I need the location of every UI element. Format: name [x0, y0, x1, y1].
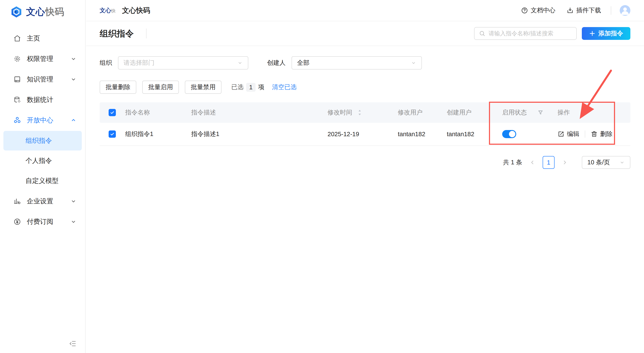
- plugin-download-label: 插件下载: [576, 6, 601, 15]
- edit-icon: [558, 131, 564, 138]
- chevron-down-icon: [237, 60, 243, 66]
- chevron-down-icon: [411, 60, 416, 66]
- total-count: 共 1 条: [503, 158, 522, 167]
- batch-enable-button[interactable]: 批量启用: [142, 81, 179, 94]
- delete-action[interactable]: 删除: [591, 130, 612, 138]
- sidebar-item-enterprise-settings[interactable]: 企业设置: [0, 191, 85, 211]
- yuan-icon: [13, 218, 21, 226]
- col-header-status: 启用状态: [496, 108, 551, 117]
- sidebar-item-knowledge[interactable]: 知识管理: [0, 69, 85, 90]
- edit-action[interactable]: 编辑: [558, 130, 579, 138]
- sidebar-item-label: 知识管理: [27, 75, 70, 84]
- doc-center-link[interactable]: 文档中心: [521, 6, 556, 15]
- title-caret: [146, 29, 146, 38]
- edit-label: 编辑: [567, 130, 579, 138]
- sidebar-item-permissions[interactable]: 权限管理: [0, 49, 85, 69]
- trash-icon: [591, 131, 598, 138]
- sidebar-item-label: 付费订阅: [27, 217, 70, 226]
- col-header-name: 指令名称: [119, 108, 185, 117]
- top-navbar: 文心 快 文心快码 文档中心 插件下载: [86, 0, 644, 21]
- brand-logo: 文心快码: [0, 0, 85, 18]
- select-all-checkbox[interactable]: [108, 109, 116, 116]
- sidebar-subitem-custom-models[interactable]: 自定义模型: [4, 171, 82, 191]
- download-icon: [566, 7, 574, 14]
- next-page-icon[interactable]: [562, 159, 568, 165]
- org-select-placeholder: 请选择部门: [124, 59, 237, 67]
- collapse-sidebar-icon[interactable]: [69, 340, 77, 347]
- selected-suffix: 项: [258, 83, 264, 92]
- sidebar-item-label: 权限管理: [27, 54, 70, 63]
- creator-select-value: 全部: [297, 59, 411, 67]
- mini-logo-suffix: 快: [111, 8, 116, 14]
- batch-disable-button[interactable]: 批量禁用: [185, 81, 222, 94]
- row-desc: 指令描述1: [185, 130, 321, 138]
- search-icon: [479, 30, 486, 37]
- sidebar-item-label: 主页: [27, 34, 77, 43]
- enable-toggle[interactable]: [502, 130, 516, 138]
- check-icon: [110, 132, 114, 136]
- avatar-person-icon: [620, 5, 630, 16]
- batch-delete-button[interactable]: 批量删除: [100, 81, 136, 94]
- brand-name: 文心快码: [26, 6, 64, 18]
- table-header-row: 指令名称 指令描述 修改时间 修改用户 创建用户 启用状态: [100, 102, 630, 123]
- sidebar-item-statistics[interactable]: 数据统计: [0, 90, 85, 110]
- row-name: 组织指令1: [119, 130, 185, 138]
- chevron-up-icon: [70, 117, 77, 123]
- batch-actions-row: 批量删除 批量启用 批量禁用 已选 1 项 清空已选: [100, 81, 630, 94]
- title-actions: 添加指令: [474, 27, 630, 40]
- table-row: 组织指令1 指令描述1 2025-12-19 tantan182 tantan1…: [100, 123, 630, 146]
- sidebar-item-open-center[interactable]: 开放中心: [0, 110, 85, 130]
- sidebar-item-label: 数据统计: [27, 95, 77, 104]
- sidebar-item-subscription[interactable]: 付费订阅: [0, 211, 85, 232]
- row-muser: tantan182: [392, 131, 440, 138]
- sidebar-subitem-personal-instructions[interactable]: 个人指令: [4, 151, 82, 171]
- search-box[interactable]: [474, 27, 577, 40]
- creator-select[interactable]: 全部: [292, 56, 422, 70]
- chevron-down-icon: [619, 160, 625, 165]
- page-titlebar: 组织指令 添加指令: [86, 21, 644, 46]
- bar-chart-gear-icon: [13, 197, 21, 205]
- action-divider: [585, 130, 585, 138]
- sidebar-item-label: 开放中心: [27, 116, 70, 125]
- chevron-down-icon: [70, 218, 77, 225]
- sidebar-menu: 主页 权限管理 知识管理 数据统计: [0, 28, 85, 232]
- row-checkbox[interactable]: [108, 130, 116, 138]
- org-select[interactable]: 请选择部门: [118, 56, 248, 70]
- selected-prefix: 已选: [231, 83, 244, 92]
- user-avatar[interactable]: [620, 5, 630, 16]
- book-icon: [13, 75, 21, 83]
- chevron-down-icon: [70, 56, 77, 62]
- topbar-actions: 文档中心 插件下载: [521, 5, 630, 16]
- plugin-download-link[interactable]: 插件下载: [566, 6, 601, 15]
- sidebar-item-label: 企业设置: [27, 197, 70, 206]
- app-title: 文心快码: [122, 6, 150, 15]
- col-header-cuser: 创建用户: [440, 108, 496, 117]
- creator-filter-label: 创建人: [267, 59, 286, 67]
- page-size-value: 10 条/页: [587, 158, 619, 167]
- clear-selection-link[interactable]: 清空已选: [272, 83, 297, 92]
- add-instruction-button[interactable]: 添加指令: [582, 27, 630, 40]
- submenu-item-label: 组织指令: [26, 136, 52, 145]
- row-mtime: 2025-12-19: [321, 131, 392, 138]
- prev-page-icon[interactable]: [530, 159, 536, 165]
- selected-count-badge: 1: [246, 83, 256, 92]
- search-input[interactable]: [488, 30, 572, 37]
- delete-label: 删除: [600, 130, 612, 138]
- mini-logo-text: 文心: [100, 7, 111, 14]
- topbar-divider: [611, 6, 611, 15]
- instructions-table: 指令名称 指令描述 修改时间 修改用户 创建用户 启用状态: [100, 102, 630, 146]
- submenu-item-label: 自定义模型: [26, 176, 58, 185]
- filter-funnel-icon[interactable]: [538, 110, 544, 116]
- sort-icon[interactable]: [357, 109, 362, 116]
- home-icon: [13, 34, 21, 43]
- main-area: 文心 快 文心快码 文档中心 插件下载: [86, 0, 644, 353]
- page-size-select[interactable]: 10 条/页: [582, 156, 630, 169]
- chevron-down-icon: [70, 76, 77, 83]
- sidebar-subitem-org-instructions[interactable]: 组织指令: [4, 131, 82, 151]
- add-instruction-label: 添加指令: [598, 29, 623, 38]
- page-number-button[interactable]: 1: [543, 156, 554, 169]
- sidebar-item-home[interactable]: 主页: [0, 28, 85, 49]
- brand-hexagon-icon: [10, 6, 22, 18]
- check-icon: [110, 110, 114, 115]
- filters-row: 组织 请选择部门 创建人 全部: [100, 56, 630, 70]
